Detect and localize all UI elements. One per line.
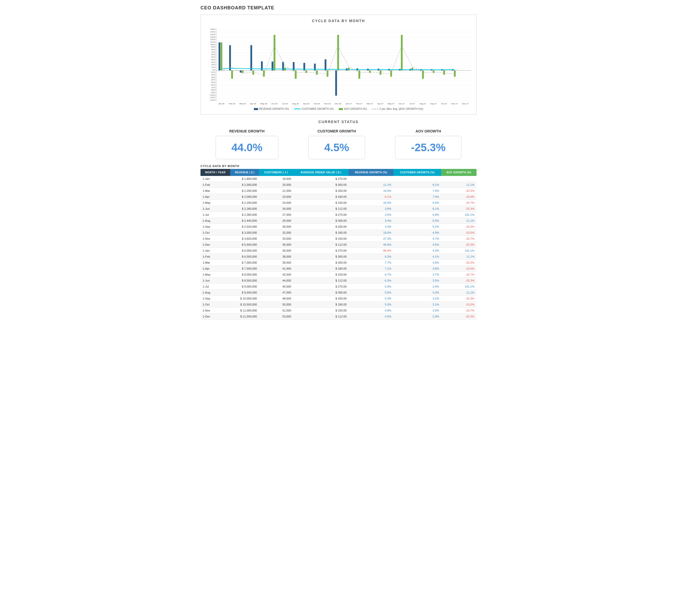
table-cell: $ 200.00 (293, 296, 349, 302)
svg-text:80%: 80% (211, 48, 215, 51)
table-row: 1-Nov$ 3,820,00033,500$ 150.0027.3%4.7%-… (200, 236, 477, 242)
table-cell: $ 3,820,000 (230, 236, 259, 242)
svg-text:-90%: -90% (211, 91, 215, 94)
table-row: 1-Jul$ 2,360,00027,500$ 270.003.5%5.8%14… (200, 212, 477, 218)
table-cell: $ 11,000,000 (230, 307, 259, 314)
svg-text:Oct-26: Oct-26 (314, 102, 320, 105)
table-cell: $ 10,000,000 (230, 296, 259, 302)
table-cell: 5.3% (349, 296, 394, 302)
table-row: 1-Dec$ 11,500,00053,000$ 112.004.5%2.9%-… (200, 314, 477, 320)
table-row: 1-Aug$ 2,440,00029,000$ 300.003.4%5.5%11… (200, 218, 477, 224)
table-cell: 39,500 (259, 260, 293, 266)
svg-text:Feb-26: Feb-26 (229, 102, 235, 105)
table-cell: 18,500 (259, 176, 293, 182)
table-cell: 4.7% (394, 236, 441, 242)
table-cell: $ 8,000,000 (230, 272, 259, 278)
table-cell: $ 2,440,000 (230, 218, 259, 224)
table-cell: 20,000 (259, 182, 293, 188)
aov-bar-sep27 (422, 70, 424, 79)
table-cell: 3.4% (349, 218, 394, 224)
aov-growth-box: -25.3% (395, 136, 461, 159)
table-cell: 141.1% (441, 284, 477, 290)
table-cell: 41,000 (259, 266, 293, 272)
svg-text:-110%: -110% (209, 96, 215, 99)
svg-text:Apr-26: Apr-26 (250, 102, 256, 105)
table-cell: 47,000 (259, 290, 293, 296)
table-cell: 4.5% (394, 242, 441, 248)
table-cell: $ 3,000,000 (230, 230, 259, 236)
svg-text:-60%: -60% (211, 84, 215, 86)
table-cell: 4.8% (349, 307, 394, 314)
table-row: 1-Dec$ 5,500,00035,000$ 112.0044.0%4.5%-… (200, 242, 477, 248)
table-cell: $ 200.00 (293, 224, 349, 230)
svg-text:-20%: -20% (211, 74, 215, 76)
aov-bar-jun27 (390, 70, 392, 77)
table-cell: 1-Mar (200, 260, 230, 266)
aov-bar-feb27 (348, 68, 350, 70)
table-cell: 10.0% (349, 188, 394, 194)
table-cell: $ 270.00 (293, 212, 349, 218)
table-row: 1-May$ 8,000,00042,500$ 150.006.7%3.7%-1… (200, 272, 477, 278)
table-cell: 1-Dec (200, 314, 230, 320)
table-cell: 7.5% (394, 188, 441, 194)
table-cell: 1-Sep (200, 224, 230, 230)
table-cell: 1-Jun (200, 206, 230, 212)
table-cell: 1-Jul (200, 284, 230, 290)
col-header-revenue: REVENUE ( $ ) (230, 169, 259, 176)
svg-text:10%: 10% (211, 66, 215, 68)
svg-text:Jun-27: Jun-27 (399, 102, 405, 105)
table-cell: 44,000 (259, 278, 293, 284)
table-row: 1-Mar$ 7,000,00039,500$ 200.007.7%3.9%-3… (200, 260, 477, 266)
aov-bar-nov26 (316, 70, 318, 75)
table-cell: 1-Oct (200, 230, 230, 236)
table-cell: 8.3% (349, 254, 394, 260)
table-cell: $ 7,500,000 (230, 266, 259, 272)
table-row: 1-Oct$ 3,000,00032,000$ 180.0019.0%4.9%-… (200, 230, 477, 236)
current-status-section: CURRENT STATUS REVENUE GROWTH 44.0% CUST… (200, 120, 477, 159)
svg-text:-40%: -40% (211, 79, 215, 81)
page: CEO DASHBOARD TEMPLATE CYCLE DATA BY MON… (195, 0, 482, 325)
table-cell: 48,500 (259, 296, 293, 302)
svg-text:120%: 120% (210, 38, 215, 41)
table-cell: 1-Jun (200, 278, 230, 284)
table-cell: -10.0% (441, 266, 477, 272)
table-cell: $ 2,520,000 (230, 224, 259, 230)
table-cell: $ 270.00 (293, 176, 349, 182)
table-row: 1-Jan$ 1,800,00018,500$ 270.00 (200, 176, 477, 182)
table-row: 1-Feb$ 2,000,00020,000$ 300.0011.1%8.1%1… (200, 182, 477, 188)
rev-bar-jan27 (335, 70, 337, 96)
aov-growth-card: AOV GROWTH -25.3% (395, 129, 461, 159)
table-cell: 5.9% (349, 284, 394, 290)
table-cell: $ 180.00 (293, 302, 349, 307)
svg-text:Mar-26: Mar-26 (239, 102, 246, 105)
aov-bar-jul27 (401, 35, 403, 70)
table-cell: 4.9% (394, 230, 441, 236)
svg-text:Oct-27: Oct-27 (441, 102, 447, 105)
aov-bar-feb26 (221, 42, 222, 70)
table-cell: -10.0% (441, 230, 477, 236)
legend-customer-label: CUSTOMER GROWTH (%) (302, 107, 334, 110)
legend-aov: AOV GROWTH (%) (339, 107, 367, 110)
table-cell: -33.3% (441, 260, 477, 266)
table-cell: $ 200.00 (293, 260, 349, 266)
table-cell: $ 300.00 (293, 290, 349, 296)
table-cell: -33.3% (441, 224, 477, 230)
table-cell: $ 180.00 (293, 266, 349, 272)
table-cell: 7.7% (349, 260, 394, 266)
svg-text:-70%: -70% (211, 86, 215, 89)
table-row: 1-Mar$ 2,200,00021,500$ 200.0010.0%7.5%-… (200, 188, 477, 194)
revenue-growth-card: REVENUE GROWTH 44.0% (216, 129, 278, 159)
table-cell: 11.1% (349, 182, 394, 188)
svg-text:May-26: May-26 (260, 102, 267, 105)
table-cell: 1-Mar (200, 188, 230, 194)
table-cell: 21,500 (259, 188, 293, 194)
aov-bar-apr26 (242, 70, 244, 73)
table-cell: $ 112.00 (293, 278, 349, 284)
svg-text:Sep-26: Sep-26 (303, 102, 309, 105)
col-header-aov-growth: AOV GROWTH (%) (441, 169, 477, 176)
aov-bar-oct26 (306, 70, 307, 73)
table-cell: 5.5% (394, 218, 441, 224)
table-cell: 3.5% (394, 278, 441, 284)
table-cell: 11.1% (441, 290, 477, 296)
table-cell: 5.2% (394, 224, 441, 230)
